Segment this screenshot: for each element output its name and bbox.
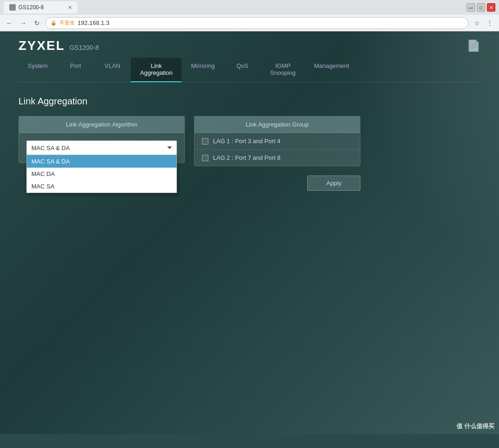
nav-item-qos[interactable]: QoS bbox=[224, 58, 261, 82]
algorithm-select[interactable]: MAC SA & DA bbox=[26, 140, 177, 155]
logo-area: ZYXEL GS1200-8 bbox=[18, 38, 99, 53]
page-content: Link Aggregation Link Aggregation Algori… bbox=[0, 82, 499, 205]
url-text: 192.168.1.3 bbox=[78, 19, 110, 26]
option-mac-sa-da[interactable]: MAC SA & DA bbox=[27, 155, 176, 168]
nav-item-system[interactable]: System bbox=[18, 58, 57, 82]
watermark: 值 什么值得买 bbox=[456, 422, 494, 430]
option-mac-sa[interactable]: MAC SA bbox=[27, 180, 176, 193]
address-bar-row: ← → ↻ 🔒 不安全 192.168.1.3 ☆ ⋮ bbox=[0, 15, 499, 31]
lag1-checkbox[interactable] bbox=[202, 138, 208, 145]
algorithm-select-wrapper: MAC SA & DA MAC SA & DA MAC DA MAC SA bbox=[26, 140, 177, 155]
nav-item-mirroring[interactable]: Mirroring bbox=[182, 58, 224, 82]
panels-row: Link Aggregation Algorithm MAC SA & DA M… bbox=[18, 116, 481, 166]
menu-button[interactable]: ⋮ bbox=[484, 18, 495, 29]
page-title: Link Aggregation bbox=[18, 96, 481, 107]
lag-panel-header: Link Aggregation Group bbox=[195, 116, 360, 133]
algorithm-panel: Link Aggregation Algorithm MAC SA & DA M… bbox=[18, 116, 185, 163]
maximize-button[interactable]: □ bbox=[477, 3, 485, 12]
algorithm-dropdown-menu: MAC SA & DA MAC DA MAC SA bbox=[26, 155, 177, 193]
lag-item-1: LAG 1 : Port 3 and Port 4 bbox=[195, 133, 360, 149]
algorithm-selected-value: MAC SA & DA bbox=[31, 145, 70, 151]
security-icon: 🔒 bbox=[50, 20, 57, 26]
browser-tab[interactable]: GS1200-8 ✕ bbox=[4, 1, 78, 13]
algorithm-panel-header: Link Aggregation Algorithm bbox=[19, 116, 184, 133]
reload-button[interactable]: ↻ bbox=[31, 18, 43, 29]
address-bar-actions: ☆ ⋮ bbox=[471, 18, 495, 29]
tab-favicon bbox=[9, 4, 16, 11]
nav-item-link-aggregation[interactable]: LinkAggregation bbox=[131, 58, 182, 82]
nav-item-vlan[interactable]: VLAN bbox=[94, 58, 131, 82]
not-secure-label: 不安全 bbox=[60, 19, 75, 26]
bookmark-button[interactable]: ☆ bbox=[471, 18, 482, 29]
algorithm-panel-body: MAC SA & DA MAC SA & DA MAC DA MAC SA bbox=[19, 133, 184, 163]
app-header: ZYXEL GS1200-8 📄 bbox=[0, 31, 499, 53]
main-content: ZYXEL GS1200-8 📄 System Port VLAN LinkAg… bbox=[0, 31, 499, 434]
address-bar[interactable]: 🔒 不安全 192.168.1.3 bbox=[45, 17, 469, 29]
lag-panel: Link Aggregation Group LAG 1 : Port 3 an… bbox=[194, 116, 360, 166]
nav-item-port[interactable]: Port bbox=[57, 58, 94, 82]
option-mac-da[interactable]: MAC DA bbox=[27, 168, 176, 180]
nav-item-igmp-snooping[interactable]: IGMPSnooping bbox=[261, 58, 305, 82]
lag-item-2: LAG 2 : Port 7 and Port 8 bbox=[195, 149, 360, 166]
forward-button[interactable]: → bbox=[18, 18, 29, 29]
model-text: GS1200-8 bbox=[69, 44, 99, 51]
dropdown-arrow-icon bbox=[167, 146, 172, 149]
tab-close-button[interactable]: ✕ bbox=[68, 5, 72, 11]
window-controls: — □ ✕ bbox=[467, 3, 495, 12]
back-button[interactable]: ← bbox=[4, 18, 15, 29]
minimize-button[interactable]: — bbox=[467, 3, 475, 12]
nav-item-management[interactable]: Management bbox=[305, 58, 359, 82]
logo-text: ZYXEL bbox=[18, 38, 65, 53]
title-bar: GS1200-8 ✕ — □ ✕ bbox=[0, 0, 499, 15]
lag2-checkbox[interactable] bbox=[202, 155, 208, 161]
nav-bar: System Port VLAN LinkAggregation Mirrori… bbox=[18, 58, 481, 82]
lag2-label: LAG 2 : Port 7 and Port 8 bbox=[213, 154, 280, 161]
header-icon[interactable]: 📄 bbox=[467, 39, 481, 52]
lag1-label: LAG 1 : Port 3 and Port 4 bbox=[213, 138, 280, 145]
tab-title: GS1200-8 bbox=[18, 4, 44, 11]
close-button[interactable]: ✕ bbox=[487, 3, 495, 12]
apply-button[interactable]: Apply bbox=[307, 176, 360, 191]
